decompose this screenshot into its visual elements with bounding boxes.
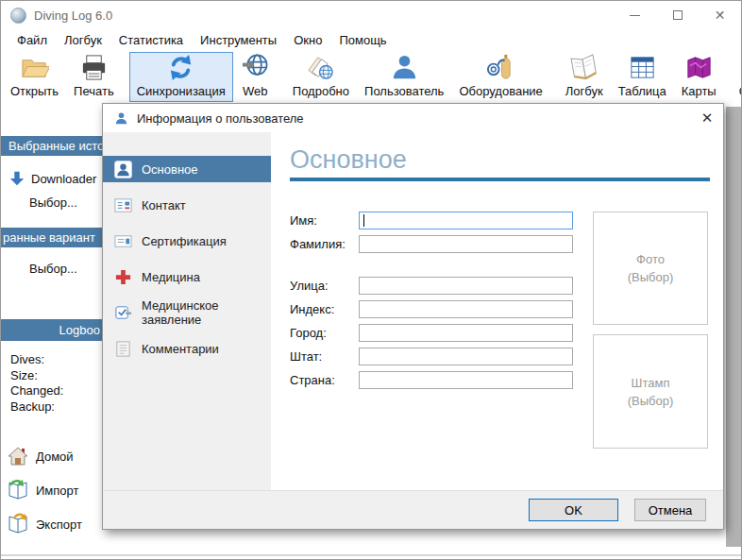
- toolbar-maps-label: Карты: [682, 84, 717, 98]
- person-card-icon: [114, 161, 132, 178]
- photo-picker[interactable]: Фото (Выбор): [593, 212, 708, 325]
- dialog-content: Основное Имя: Фамилия:: [271, 132, 723, 490]
- state-label: Штат:: [290, 349, 359, 364]
- toolbar-logbook-button[interactable]: Логбук: [558, 52, 611, 102]
- first-name-input[interactable]: [359, 212, 573, 229]
- country-input[interactable]: [359, 371, 573, 389]
- last-name-input[interactable]: [359, 235, 573, 253]
- street-label: Улица:: [290, 279, 359, 293]
- app-icon: [10, 8, 26, 24]
- dialog-title-bar: Информация о пользователе ✕: [103, 104, 723, 132]
- sidebar-item-home[interactable]: Домой: [7, 443, 74, 469]
- sidebar-item-downloader[interactable]: Downloader: [8, 167, 96, 190]
- menu-window[interactable]: Окно: [285, 31, 330, 49]
- dialog-nav: Основное Контакт: [103, 132, 271, 490]
- form-row-state: Штат:: [290, 348, 573, 365]
- notes-icon: [114, 340, 132, 358]
- dialog-body: Основное Контакт: [103, 132, 723, 490]
- maximize-icon: [673, 10, 683, 20]
- logbook-stats: Dives: Size: Changed: Backup:: [10, 352, 63, 415]
- form-row-street: Улица:: [290, 277, 573, 295]
- heading-rule: [290, 178, 710, 181]
- sidebar-header-selected-sources: Выбранные исто: [1, 136, 102, 156]
- home-icon: [7, 445, 29, 467]
- form-row-zip: Индекс:: [290, 300, 573, 318]
- ok-button[interactable]: OK: [529, 499, 618, 521]
- maximize-button[interactable]: [656, 1, 699, 29]
- nav-general-label: Основное: [142, 162, 198, 177]
- form-row-first-name: Имя:: [290, 212, 573, 229]
- download-arrow-icon: [8, 170, 25, 187]
- nav-medical-statement-label: Медицинское заявление: [142, 298, 271, 327]
- home-label: Домой: [36, 450, 74, 464]
- close-button[interactable]: ✕: [699, 1, 741, 29]
- stat-dives-label: Dives:: [10, 352, 63, 368]
- nav-item-general[interactable]: Основное: [103, 156, 271, 182]
- toolbar-table-button[interactable]: Таблица: [611, 52, 674, 102]
- zip-input[interactable]: [359, 300, 573, 318]
- toolbar-sync-label: Синхронизация: [137, 84, 226, 98]
- first-name-label: Имя:: [290, 213, 359, 228]
- toolbar-detail-label: Подробно: [293, 84, 349, 98]
- user-info-dialog: Информация о пользователе ✕ Основное: [102, 103, 724, 530]
- toolbar-user-button[interactable]: Пользователь: [357, 52, 451, 102]
- text-caret: [363, 214, 364, 227]
- toolbar-open-label: Открыть: [10, 84, 59, 98]
- toolbar-maps-button[interactable]: Карты: [674, 52, 724, 102]
- nav-item-medical-statement[interactable]: Медицинское заявление: [103, 299, 271, 326]
- dialog-footer: OK Отмена: [103, 490, 723, 529]
- state-input[interactable]: [359, 348, 573, 365]
- dialog-close-button[interactable]: ✕: [691, 104, 723, 132]
- toolbar-sync-button[interactable]: Синхронизация: [129, 52, 233, 102]
- main-window: Diving Log 6.0 ✕ Файл Логбук Статистика …: [0, 0, 742, 560]
- bottom-divider: [1, 554, 741, 556]
- nav-item-certification[interactable]: Сертификация: [103, 228, 271, 254]
- open-book-icon: [569, 53, 599, 82]
- menu-bar: Файл Логбук Статистика Инструменты Окно …: [1, 29, 741, 50]
- stamp-picker-subtitle: (Выбор): [628, 392, 674, 410]
- nav-comments-label: Комментарии: [142, 342, 219, 356]
- toolbar-print-label: Печать: [74, 84, 114, 98]
- stamp-picker[interactable]: Штамп (Выбор): [593, 334, 708, 449]
- detail-pages-icon: [306, 53, 335, 82]
- menu-help[interactable]: Помощь: [330, 31, 395, 49]
- dialog-title: Информация о пользователе: [137, 111, 304, 126]
- form-row-city: Город:: [290, 324, 573, 342]
- last-name-label: Фамилия:: [290, 237, 359, 251]
- nav-item-comments[interactable]: Комментарии: [103, 335, 271, 362]
- toolbar: Открыть Печать Синхронизация: [1, 50, 741, 104]
- window-title: Diving Log 6.0: [34, 8, 112, 23]
- toolbar-detail-button[interactable]: Подробно: [285, 52, 357, 102]
- user-icon: [390, 53, 419, 82]
- cancel-button[interactable]: Отмена: [634, 499, 706, 521]
- nav-contact-label: Контакт: [142, 198, 186, 212]
- toolbar-open-button[interactable]: Открыть: [3, 52, 66, 102]
- select-sources-label: Выбор...: [29, 195, 77, 210]
- export-label: Экспорт: [36, 518, 82, 532]
- toolbar-web-button[interactable]: Web: [233, 52, 278, 102]
- table-grid-icon: [628, 53, 657, 82]
- toolbar-equipment-button[interactable]: Оборудование: [451, 52, 549, 102]
- nav-item-medicine[interactable]: Медицина: [103, 263, 271, 290]
- sidebar-item-export[interactable]: Экспорт: [7, 511, 82, 537]
- toolbar-statistics-button[interactable]: Статистика: [732, 52, 742, 102]
- background-panel-strip: [726, 107, 742, 547]
- menu-logbook[interactable]: Логбук: [56, 31, 110, 49]
- sidebar-item-import[interactable]: Импорт: [7, 477, 78, 503]
- printer-icon: [79, 53, 109, 82]
- dive-equipment-icon: [486, 53, 515, 82]
- menu-statistics[interactable]: Статистика: [110, 31, 192, 49]
- menu-file[interactable]: Файл: [8, 31, 56, 49]
- nav-item-contact[interactable]: Контакт: [103, 192, 271, 218]
- photo-picker-subtitle: (Выбор): [628, 268, 674, 286]
- sidebar-select-sources[interactable]: Выбор...: [29, 193, 77, 212]
- toolbar-equipment-label: Оборудование: [459, 84, 542, 98]
- city-label: Город:: [290, 326, 359, 340]
- street-input[interactable]: [359, 277, 573, 295]
- city-input[interactable]: [359, 324, 573, 342]
- toolbar-print-button[interactable]: Печать: [66, 52, 122, 102]
- menu-tools[interactable]: Инструменты: [192, 31, 285, 49]
- sidebar-select-options[interactable]: Выбор...: [29, 259, 77, 278]
- minimize-button[interactable]: [614, 1, 656, 29]
- window-controls: ✕: [614, 1, 741, 29]
